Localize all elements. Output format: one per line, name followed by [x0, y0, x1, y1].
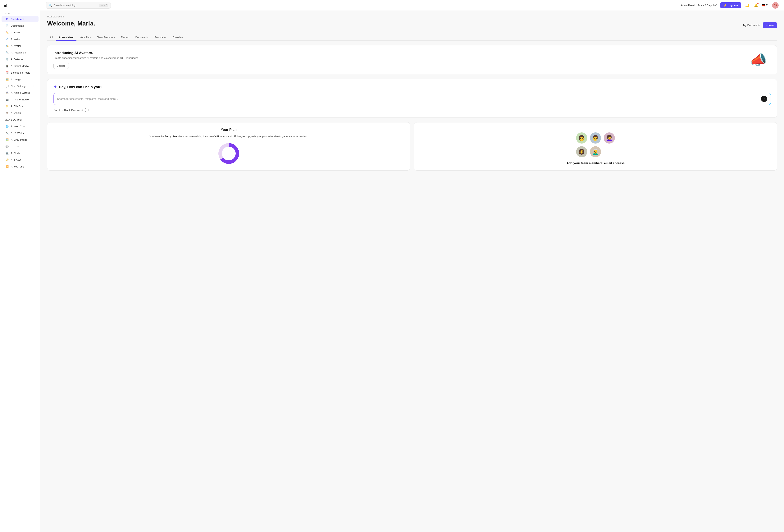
chat-settings-add[interactable]: +	[33, 84, 35, 88]
sidebar-item-ai-photo-studio[interactable]: 📷 AI Photo Studio	[2, 96, 38, 103]
sidebar: ai. USER ⊞ Dashboard 📄 Documents ✏️ AI E…	[0, 0, 40, 532]
sidebar-label-ai-rewriter: AI ReWriter	[11, 132, 24, 135]
ai-article-wizard-icon: 🧙	[5, 91, 9, 94]
team-avatar-4: 🧔	[576, 146, 587, 157]
sidebar-item-ai-chat[interactable]: 💬 AI Chat	[2, 143, 38, 150]
announcement-banner: Introducing AI Avatars. Create engaging …	[47, 45, 777, 74]
sidebar-label-ai-avatar: AI Avatar	[11, 45, 21, 47]
page-title: Welcome, Maria.	[47, 20, 95, 27]
banner-icon: 📣	[750, 52, 767, 68]
search-bar[interactable]: 🔍 cmd + E	[46, 2, 111, 9]
banner-description: Create engaging videos with AI avatars a…	[53, 57, 139, 59]
tab-recent[interactable]: Recent	[118, 34, 132, 40]
tab-all[interactable]: All	[47, 34, 55, 40]
sidebar-label-ai-editor: AI Editor	[11, 31, 21, 34]
sidebar-item-scheduled-posts[interactable]: 📅 Scheduled Posts	[2, 69, 38, 76]
sidebar-label-scheduled-posts: Scheduled Posts	[11, 71, 30, 74]
sidebar-label-ai-writer: AI Writer	[11, 38, 21, 40]
admin-panel-link[interactable]: Admin Panel	[680, 4, 695, 7]
scheduled-posts-icon: 📅	[5, 71, 9, 74]
trial-label: Trial - 2 Days Left	[698, 4, 717, 7]
sidebar-item-api-keys[interactable]: 🔑 API Keys	[2, 157, 38, 163]
sidebar-label-ai-code: AI Code	[11, 152, 20, 155]
sidebar-item-seo-tool[interactable]: SEO SEO Tool	[2, 116, 38, 123]
new-button[interactable]: + New	[763, 22, 777, 28]
team-avatar-1: 🧑	[576, 133, 587, 143]
ai-plagiarism-icon: 🔍	[5, 51, 9, 54]
dashboard-icon: ⊞	[5, 17, 9, 21]
team-card: 🧑 👨 👩‍🦱 🧔 👨‍🦳 Add your team members' ema…	[414, 122, 777, 171]
sidebar-item-ai-rewriter[interactable]: ✒️ AI ReWriter	[2, 130, 38, 136]
content-tabs: AllAI AssistantYour PlanTeam MembersRece…	[47, 34, 777, 40]
tab-documents[interactable]: Documents	[133, 34, 151, 40]
ai-social-media-icon: 📱	[5, 64, 9, 68]
my-documents-link[interactable]: My Documents	[743, 24, 760, 27]
ai-chat-icon: 💬	[5, 145, 9, 148]
search-icon: 🔍	[49, 3, 52, 7]
tab-your-plan[interactable]: Your Plan	[77, 34, 94, 40]
sidebar-item-ai-code[interactable]: 💻 AI Code	[2, 150, 38, 157]
content-area: User Dashboard Welcome, Maria. My Docume…	[40, 11, 784, 532]
tab-overview[interactable]: Overview	[170, 34, 186, 40]
notifications-button[interactable]: 🔔	[753, 2, 759, 8]
user-avatar[interactable]: JS	[772, 2, 779, 9]
ai-detector-icon: 🛡️	[5, 57, 9, 61]
sidebar-item-ai-image[interactable]: 🖼️ AI Image	[2, 76, 38, 83]
sidebar-item-ai-writer[interactable]: 🖊️ AI Writer	[2, 36, 38, 43]
topbar: 🔍 cmd + E Admin Panel Trial - 2 Days Lef…	[40, 0, 784, 11]
ai-chat-image-icon: 🖼️	[5, 138, 9, 141]
team-avatar-3: 👩‍🦱	[604, 133, 615, 143]
sidebar-label-api-keys: API Keys	[11, 159, 22, 161]
seo-tool-icon: SEO	[5, 118, 9, 121]
sidebar-label-ai-chat-image: AI Chat Image	[11, 138, 27, 141]
sidebar-item-documents[interactable]: 📄 Documents	[2, 22, 38, 29]
sidebar-item-ai-plagiarism[interactable]: 🔍 AI Plagiarism	[2, 49, 38, 56]
sidebar-item-ai-editor[interactable]: ✏️ AI Editor	[2, 29, 38, 36]
ai-editor-icon: ✏️	[5, 31, 9, 34]
ai-youtube-icon: ▶️	[5, 165, 9, 168]
upgrade-button[interactable]: ⚡ Upgrade	[720, 2, 741, 8]
tab-templates[interactable]: Templates	[152, 34, 169, 40]
tab-ai-assistant[interactable]: AI Assistant	[56, 34, 77, 40]
ai-search-arrow[interactable]: →	[761, 96, 767, 102]
sidebar-item-ai-youtube[interactable]: ▶️ AI YouTube	[2, 163, 38, 170]
plan-card: Your Plan You have the Entry plan which …	[47, 122, 410, 171]
language-selector[interactable]: 🇩🇪 En	[762, 4, 769, 7]
tab-team-members[interactable]: Team Members	[94, 34, 118, 40]
sidebar-item-ai-avatar[interactable]: 🎭 AI Avatar	[2, 43, 38, 49]
sidebar-label-ai-article-wizard: AI Article Wizard	[11, 91, 30, 94]
sidebar-item-ai-web-chat[interactable]: 🌐 AI Web Chat	[2, 123, 38, 130]
sidebar-item-ai-chat-image[interactable]: 🖼️ AI Chat Image	[2, 136, 38, 143]
search-shortcut: cmd + E	[99, 4, 108, 7]
ai-search-bar[interactable]: Search for documents, templates, tools a…	[53, 93, 771, 105]
lightning-icon: ⚡	[724, 4, 727, 7]
sidebar-item-ai-detector[interactable]: 🛡️ AI Detector	[2, 56, 38, 62]
breadcrumb: User Dashboard	[47, 15, 777, 18]
sidebar-item-chat-settings[interactable]: 💬 Chat Settings +	[2, 83, 38, 89]
flag-icon: 🇩🇪	[762, 4, 765, 7]
language-label: En	[766, 4, 769, 7]
sparkle-icon: ✦	[53, 85, 57, 89]
ai-rewriter-icon: ✒️	[5, 131, 9, 135]
team-avatar-5: 👨‍🦳	[590, 146, 601, 157]
sidebar-label-ai-youtube: AI YouTube	[11, 165, 24, 168]
sidebar-item-ai-social-media[interactable]: 📱 AI Social Media	[2, 63, 38, 69]
sidebar-item-ai-vision[interactable]: 👁️ AI Vision	[2, 110, 38, 116]
plan-donut-chart	[53, 142, 404, 165]
ai-help-title-text: Hey, How can I help you?	[59, 85, 103, 89]
ai-image-icon: 🖼️	[5, 78, 9, 81]
main-area: 🔍 cmd + E Admin Panel Trial - 2 Days Lef…	[40, 0, 784, 532]
dark-mode-toggle[interactable]: 🌙	[744, 2, 750, 8]
ai-code-icon: 💻	[5, 151, 9, 155]
ai-photo-studio-icon: 📷	[5, 98, 9, 101]
sidebar-label-ai-plagiarism: AI Plagiarism	[11, 51, 26, 54]
sidebar-item-dashboard[interactable]: ⊞ Dashboard	[2, 16, 38, 22]
search-input[interactable]	[54, 4, 97, 7]
sidebar-label-ai-image: AI Image	[11, 78, 21, 81]
create-blank-doc[interactable]: Create a Blank Document +	[53, 108, 771, 112]
dismiss-button[interactable]: Dismiss	[53, 63, 69, 69]
sidebar-item-ai-file-chat[interactable]: 📁 AI File Chat	[2, 103, 38, 109]
plan-card-description: You have the Entry plan which has a rema…	[53, 135, 404, 139]
sidebar-item-ai-article-wizard[interactable]: 🧙 AI Article Wizard	[2, 89, 38, 96]
bottom-cards: Your Plan You have the Entry plan which …	[47, 122, 777, 171]
